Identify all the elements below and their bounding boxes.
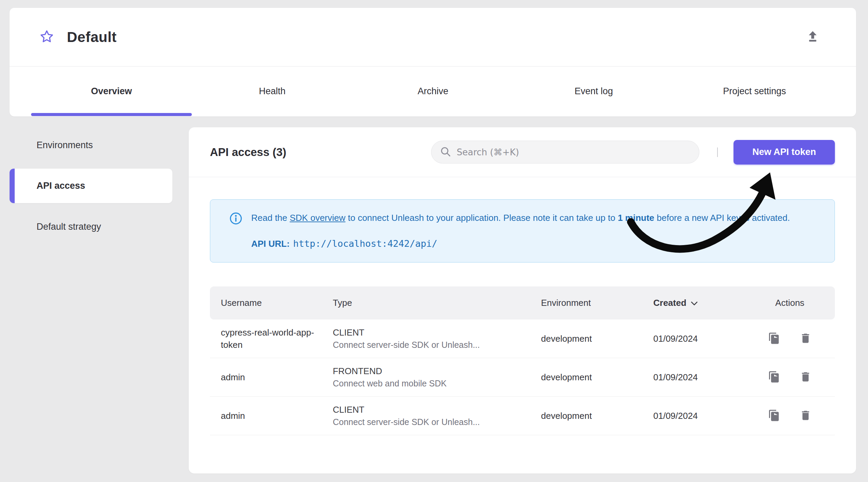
sdk-info-banner: Read the SDK overview to connect Unleash… [210,199,835,263]
table-row: admin CLIENT Connect server-side SDK or … [210,397,835,435]
tab-event-log[interactable]: Event log [513,67,674,116]
api-access-header: API access (3) New API token [189,127,856,177]
delete-token-button[interactable] [799,371,812,384]
table-row: cypress-real-world-app-token CLIENT Conn… [210,320,835,358]
api-access-title: API access (3) [210,146,286,159]
cell-created: 01/09/2024 [642,334,745,344]
upload-icon [806,29,820,45]
cell-username: admin [210,371,322,383]
cell-actions [745,332,835,345]
api-url-value: http://localhost:4242/api/ [293,238,438,249]
token-type: CLIENT [333,326,530,339]
header-environment: Environment [530,298,642,308]
banner-message-middle: to connect Unleash to your application. … [345,213,618,223]
api-access-panel: API access (3) New API token [189,127,856,473]
tab-project-settings[interactable]: Project settings [674,67,835,116]
sidebar-item-default-strategy[interactable]: Default strategy [10,212,172,241]
cell-type: FRONTEND Connect web and mobile SDK [322,365,530,389]
tab-project-settings-label: Project settings [723,86,786,97]
tab-health-label: Health [259,86,285,97]
selected-item-accent-bar [10,169,15,203]
banner-message-bold: 1 minute [618,213,654,223]
new-api-token-button[interactable]: New API token [734,140,835,165]
api-access-content: Read the SDK overview to connect Unleash… [189,199,856,435]
info-circle-icon [229,212,242,226]
tab-overview[interactable]: Overview [31,67,192,116]
header-type: Type [322,298,530,308]
tab-archive-label: Archive [417,86,448,97]
page: Default Overview Health Archive [0,0,868,482]
token-type: CLIENT [333,403,530,416]
copy-icon [768,371,780,384]
cell-actions [745,409,835,423]
cell-environment: development [530,411,642,421]
sidebar-item-environments-label: Environments [37,140,93,151]
sidebar-item-default-strategy-label: Default strategy [37,222,101,232]
header-actions: Actions [745,298,835,308]
sidebar-item-api-access[interactable]: API access [10,169,172,203]
cell-environment: development [530,334,642,344]
trash-icon [799,409,812,423]
sdk-overview-link[interactable]: SDK overview [290,213,345,223]
copy-token-button[interactable] [768,409,780,423]
cell-environment: development [530,372,642,383]
copy-icon [768,332,780,345]
cell-created: 01/09/2024 [642,411,745,421]
trash-icon [799,371,812,384]
banner-message-end: before a new API key is activated. [654,213,790,223]
active-tab-indicator [31,113,192,116]
token-type-description: Connect server-side SDK or Unleash... [333,339,530,351]
banner-text: Read the SDK overview to connect Unleash… [251,211,790,251]
delete-token-button[interactable] [799,409,812,423]
star-outline-icon [40,29,54,45]
search-input[interactable] [457,147,691,157]
project-tabs: Overview Health Archive Event log Projec… [31,67,835,116]
tab-health[interactable]: Health [192,67,353,116]
cell-username: admin [210,410,322,422]
token-type: FRONTEND [333,365,530,377]
tab-overview-label: Overview [91,86,132,97]
cell-type: CLIENT Connect server-side SDK or Unleas… [322,326,530,351]
cell-actions [745,371,835,384]
header-divider [717,147,718,157]
banner-message-start: Read the [251,213,290,223]
trash-icon [799,332,812,345]
cell-created: 01/09/2024 [642,372,745,383]
table-row: admin FRONTEND Connect web and mobile SD… [210,358,835,397]
copy-token-button[interactable] [768,371,780,384]
banner-message: Read the SDK overview to connect Unleash… [251,211,790,225]
table-header-row: Username Type Environment Created Action… [210,286,835,320]
cell-username: cypress-real-world-app-token [210,326,322,351]
magnifier-icon [440,146,451,159]
header-username: Username [210,298,322,308]
export-button[interactable] [806,29,820,45]
favorite-star-button[interactable] [40,29,54,45]
chevron-down-icon [691,298,698,308]
copy-token-button[interactable] [768,332,780,345]
api-url-line: API URL:http://localhost:4242/api/ [251,237,790,251]
search-box[interactable] [431,141,699,164]
tab-archive[interactable]: Archive [353,67,513,116]
sidebar-item-environments[interactable]: Environments [10,131,172,159]
header-created-label: Created [653,298,686,308]
api-url-label: API URL: [251,239,290,249]
copy-icon [768,409,780,423]
header-created-sort[interactable]: Created [642,298,745,308]
cell-type: CLIENT Connect server-side SDK or Unleas… [322,403,530,428]
tab-event-log-label: Event log [574,86,613,97]
delete-token-button[interactable] [799,332,812,345]
project-header-card: Default Overview Health Archive [10,8,856,116]
sidebar-item-api-access-label: API access [37,181,85,191]
project-title: Default [67,29,117,45]
token-type-description: Connect web and mobile SDK [333,377,530,389]
api-tokens-table: Username Type Environment Created Action… [210,286,835,435]
project-header: Default [10,8,856,67]
token-type-description: Connect server-side SDK or Unleash... [333,416,530,428]
